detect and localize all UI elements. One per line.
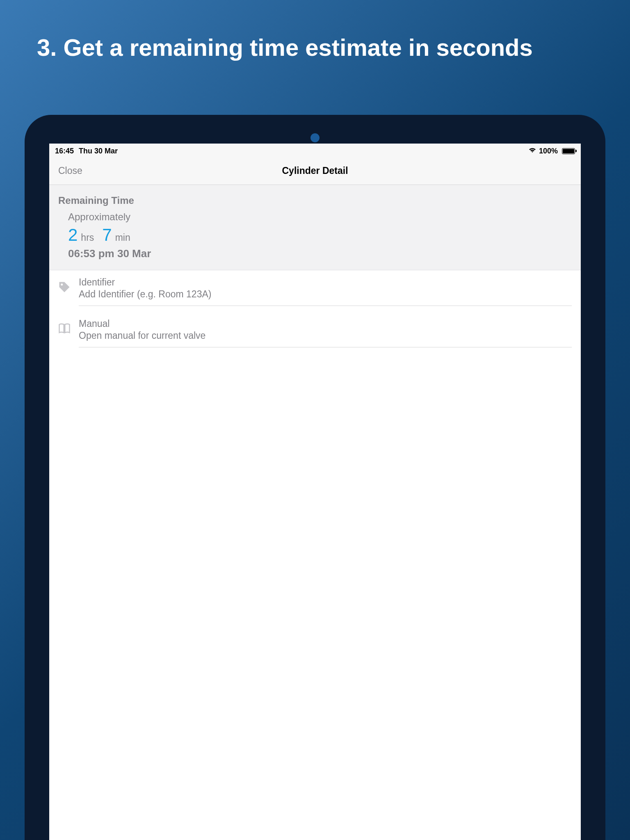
device-frame: 16:45 Thu 30 Mar 100% Close Cylinder Det… bbox=[25, 115, 605, 840]
hours-value: 2 bbox=[68, 225, 78, 245]
wifi-icon bbox=[528, 147, 536, 155]
nav-bar: Close Cylinder Detail bbox=[49, 157, 581, 185]
end-time: 06:53 pm 30 Mar bbox=[68, 247, 572, 260]
status-right: 100% bbox=[528, 147, 575, 155]
identifier-subtitle: Add Identifier (e.g. Room 123A) bbox=[79, 289, 572, 300]
remaining-time-section: Approximately 2 hrs 7 min 06:53 pm 30 Ma… bbox=[49, 210, 581, 270]
manual-subtitle: Open manual for current valve bbox=[79, 330, 572, 341]
approx-label: Approximately bbox=[68, 211, 572, 223]
manual-title: Manual bbox=[79, 318, 572, 329]
status-time: 16:45 bbox=[55, 147, 74, 155]
promo-heading: 3. Get a remaining time estimate in seco… bbox=[0, 0, 630, 75]
close-button[interactable]: Close bbox=[58, 165, 82, 176]
section-title: Remaining Time bbox=[58, 195, 572, 206]
remaining-time-header: Remaining Time bbox=[49, 185, 581, 210]
identifier-title: Identifier bbox=[79, 277, 572, 288]
identifier-row[interactable]: Identifier Add Identifier (e.g. Room 123… bbox=[49, 270, 581, 312]
book-icon bbox=[58, 322, 71, 335]
status-left: 16:45 Thu 30 Mar bbox=[55, 147, 118, 155]
camera-dot bbox=[310, 133, 320, 142]
manual-row[interactable]: Manual Open manual for current valve bbox=[49, 312, 581, 353]
minutes-value: 7 bbox=[102, 225, 112, 245]
time-value: 2 hrs 7 min bbox=[68, 225, 572, 245]
hours-unit: hrs bbox=[81, 232, 94, 243]
battery-percent: 100% bbox=[539, 147, 558, 155]
svg-point-0 bbox=[61, 283, 63, 285]
page-title: Cylinder Detail bbox=[282, 165, 348, 176]
minutes-unit: min bbox=[115, 232, 130, 243]
status-bar: 16:45 Thu 30 Mar 100% bbox=[49, 144, 581, 157]
screen: 16:45 Thu 30 Mar 100% Close Cylinder Det… bbox=[49, 144, 581, 840]
status-date: Thu 30 Mar bbox=[79, 147, 118, 155]
battery-icon bbox=[562, 148, 575, 154]
tag-icon bbox=[58, 281, 71, 293]
